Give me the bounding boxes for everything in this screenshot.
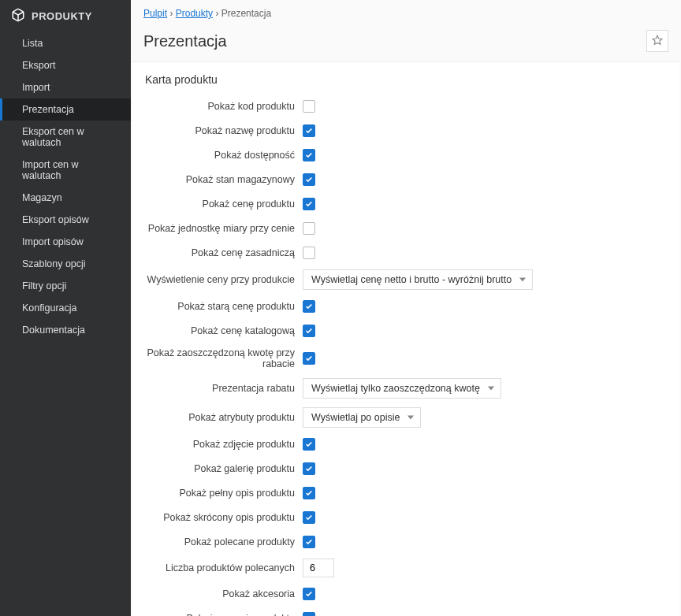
sidebar-item[interactable]: Szablony opcji: [0, 253, 131, 275]
breadcrumb-produkty[interactable]: Produkty: [176, 8, 213, 19]
breadcrumb-current: Prezentacja: [221, 8, 271, 19]
sidebar-item[interactable]: Import: [0, 76, 131, 98]
setting-label: Pokaż jednostkę miary przy cenie: [145, 223, 303, 234]
checkbox[interactable]: [303, 100, 315, 113]
checkbox[interactable]: [303, 247, 315, 259]
setting-label: Pokaż zaoszczędzoną kwotę przy rabacie: [145, 347, 303, 369]
breadcrumb: Pulpit › Produkty › Prezentacja: [131, 0, 681, 27]
select-dropdown[interactable]: Wyświetlaj tylko zaoszczędzoną kwotę: [303, 378, 501, 399]
setting-row: Pokaż zdjęcie produktu: [145, 436, 667, 452]
setting-label: Wyświetlenie ceny przy produkcie: [145, 274, 303, 285]
sidebar-item[interactable]: Filtry opcji: [0, 275, 131, 297]
setting-row: Pokaż jednostkę miary przy cenie: [145, 221, 667, 236]
setting-label: Pokaż skrócony opis produktu: [145, 512, 303, 523]
panel-title: Karta produktu: [145, 73, 667, 86]
setting-label: Pokaż cenę produktu: [145, 199, 303, 210]
box-icon: [11, 8, 25, 24]
setting-label: Pokaż dostępność: [145, 150, 303, 161]
select-dropdown[interactable]: Wyświetlaj cenę netto i brutto - wyróżni…: [303, 269, 533, 290]
checkbox[interactable]: [303, 487, 315, 499]
sidebar-item[interactable]: Lista: [0, 32, 131, 54]
page-title: Prezentacja: [143, 32, 227, 50]
setting-label: Pokaż cenę zasadniczą: [145, 247, 303, 258]
setting-label: Pokaż cenę katalogową: [145, 325, 303, 336]
main-content: Pulpit › Produkty › Prezentacja Prezenta…: [131, 0, 681, 616]
select-dropdown[interactable]: Wyświetlaj po opisie: [303, 407, 421, 428]
checkbox[interactable]: [303, 124, 315, 137]
checkbox[interactable]: [303, 462, 315, 475]
sidebar-item[interactable]: Eksport: [0, 54, 131, 76]
setting-row: Pokaż dostępność: [145, 147, 667, 163]
setting-row: Pokaż nazwę produktu: [145, 123, 667, 139]
setting-label: Pokaż galerię produktu: [145, 463, 303, 474]
sidebar-item[interactable]: Prezentacja: [0, 98, 131, 121]
sidebar-item[interactable]: Magazyn: [0, 187, 131, 209]
setting-row: Liczba produktów polecanych: [145, 558, 667, 577]
setting-row: Pokaż cenę zasadniczą: [145, 245, 667, 261]
sidebar-item[interactable]: Import cen w walutach: [0, 154, 131, 187]
setting-label: Pokaż atrybuty produktu: [145, 412, 303, 423]
setting-label: Pokaż nazwę produktu: [145, 125, 303, 136]
setting-row: Pokaż starą cenę produktu: [145, 299, 667, 314]
checkbox[interactable]: [303, 612, 315, 616]
checkbox[interactable]: [303, 536, 315, 548]
breadcrumb-pulpit[interactable]: Pulpit: [143, 8, 167, 19]
sidebar-item[interactable]: Eksport cen w walutach: [0, 121, 131, 154]
setting-row: Wyświetlenie ceny przy produkcieWyświetl…: [145, 269, 667, 290]
sidebar: PRODUKTY ListaEksportImportPrezentacjaEk…: [0, 0, 131, 616]
setting-label: Pokaż zdjęcie produktu: [145, 439, 303, 450]
setting-label: Pokaż stan magazynowy: [145, 174, 303, 185]
setting-label: Pokaż recenzje produktu: [145, 613, 303, 616]
checkbox[interactable]: [303, 300, 315, 313]
sidebar-item[interactable]: Dokumentacja: [0, 319, 131, 341]
setting-row: Pokaż cenę katalogową: [145, 323, 667, 339]
checkbox[interactable]: [303, 438, 315, 451]
checkbox[interactable]: [303, 198, 315, 210]
sidebar-title-label: PRODUKTY: [32, 10, 92, 22]
sidebar-title: PRODUKTY: [0, 0, 131, 32]
checkbox[interactable]: [303, 352, 315, 365]
sidebar-item[interactable]: Eksport opisów: [0, 209, 131, 231]
checkbox[interactable]: [303, 173, 315, 186]
setting-row: Pokaż atrybuty produktuWyświetlaj po opi…: [145, 407, 667, 428]
setting-row: Pokaż galerię produktu: [145, 461, 667, 477]
setting-label: Pokaż akcesoria: [145, 588, 303, 599]
setting-label: Liczba produktów polecanych: [145, 562, 303, 573]
checkbox[interactable]: [303, 222, 315, 235]
star-icon: [652, 35, 663, 48]
text-input[interactable]: [303, 558, 334, 577]
checkbox[interactable]: [303, 588, 315, 600]
checkbox[interactable]: [303, 511, 315, 524]
setting-row: Pokaż skrócony opis produktu: [145, 510, 667, 525]
setting-row: Pokaż kod produktu: [145, 98, 667, 114]
setting-label: Pokaż starą cenę produktu: [145, 301, 303, 312]
setting-label: Pokaż pełny opis produktu: [145, 488, 303, 499]
setting-label: Prezentacja rabatu: [145, 383, 303, 394]
setting-row: Pokaż cenę produktu: [145, 196, 667, 212]
svg-marker-0: [653, 35, 662, 44]
settings-panel: Karta produktu Pokaż kod produktuPokaż n…: [132, 61, 679, 616]
setting-label: Pokaż kod produktu: [145, 101, 303, 112]
setting-label: Pokaż polecane produkty: [145, 536, 303, 547]
checkbox[interactable]: [303, 149, 315, 161]
setting-row: Pokaż stan magazynowy: [145, 172, 667, 187]
setting-row: Pokaż polecane produkty: [145, 534, 667, 550]
setting-row: Pokaż recenzje produktu: [145, 610, 667, 616]
setting-row: Pokaż pełny opis produktu: [145, 485, 667, 501]
sidebar-item[interactable]: Import opisów: [0, 231, 131, 253]
favorite-button[interactable]: [646, 30, 668, 52]
setting-row: Pokaż zaoszczędzoną kwotę przy rabacie: [145, 347, 667, 369]
checkbox[interactable]: [303, 325, 315, 337]
setting-row: Prezentacja rabatuWyświetlaj tylko zaosz…: [145, 378, 667, 399]
sidebar-item[interactable]: Konfiguracja: [0, 297, 131, 319]
setting-row: Pokaż akcesoria: [145, 586, 667, 602]
